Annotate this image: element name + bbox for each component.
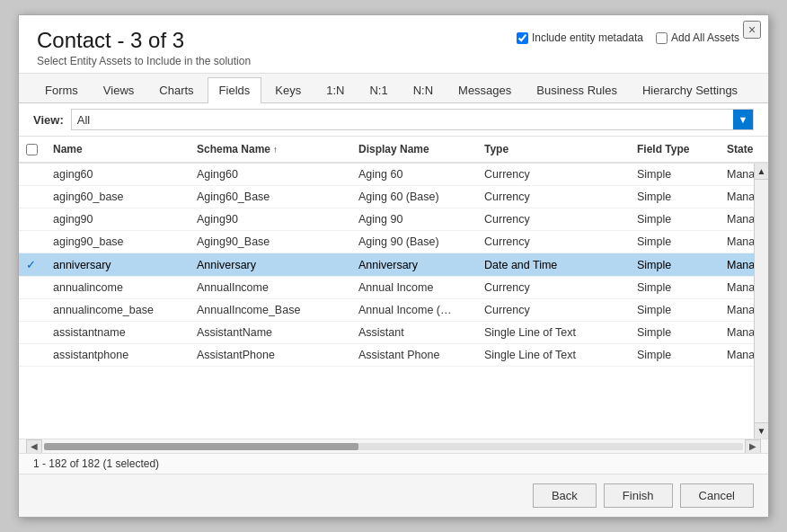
cell-type-2: Currency — [481, 208, 633, 230]
table-row[interactable]: assistantnameAssistantNameAssistantSingl… — [19, 322, 768, 344]
table-row[interactable]: aging90_baseAging90_BaseAging 90 (Base)C… — [19, 231, 768, 253]
add-all-assets-checkbox[interactable] — [656, 32, 668, 44]
cell-display_name-2: Aging 90 — [355, 208, 481, 230]
tab-messages[interactable]: Messages — [447, 77, 523, 102]
cell-check-1 — [22, 186, 49, 208]
dialog-header: Contact - 3 of 3 Select Entity Assets to… — [19, 15, 768, 74]
cell-check-4: ✓ — [22, 253, 49, 276]
view-dropdown-arrow-icon[interactable]: ▼ — [733, 110, 753, 129]
table-row[interactable]: ✓anniversaryAnniversaryAnniversaryDate a… — [19, 253, 768, 277]
cell-type-5: Currency — [481, 277, 633, 298]
cell-schema_name-1: Aging60_Base — [193, 186, 355, 208]
cell-display_name-7: Assistant — [355, 322, 481, 343]
cell-display_name-8: Assistant Phone — [355, 344, 481, 366]
cell-name-8: assistantphone — [49, 344, 193, 366]
row-check-icon: ✓ — [26, 258, 36, 271]
tab-n-n[interactable]: N:N — [402, 77, 445, 102]
scroll-down-button[interactable]: ▼ — [755, 422, 768, 439]
column-header-display_name: Display Name — [355, 137, 481, 162]
cell-display_name-1: Aging 60 (Base) — [355, 186, 481, 208]
finish-button[interactable]: Finish — [604, 483, 673, 508]
cell-schema_name-0: Aging60 — [193, 164, 355, 185]
cell-check-0 — [22, 164, 49, 185]
include-entity-metadata-label[interactable]: Include entity metadata — [517, 31, 643, 44]
dialog: × Contact - 3 of 3 Select Entity Assets … — [18, 14, 769, 518]
cell-name-3: aging90_base — [49, 231, 193, 253]
cancel-button[interactable]: Cancel — [680, 483, 754, 508]
table-row[interactable]: aging60_baseAging60_BaseAging 60 (Base)C… — [19, 186, 768, 208]
table-row[interactable]: assistantphoneAssistantPhoneAssistant Ph… — [19, 344, 768, 367]
cell-check-6 — [22, 299, 49, 321]
view-label: View: — [33, 113, 64, 127]
cell-field_type-1: Simple — [633, 186, 723, 208]
cell-check-8 — [22, 344, 49, 366]
tab-forms[interactable]: Forms — [33, 77, 90, 102]
horizontal-scrollbar-container: ◀ ▶ — [19, 439, 768, 453]
scroll-right-button[interactable]: ▶ — [745, 439, 761, 454]
horizontal-scrollbar-thumb — [44, 443, 358, 450]
cell-check-3 — [22, 231, 49, 253]
cell-display_name-6: Annual Income (… — [355, 299, 481, 321]
tab-fields[interactable]: Fields — [208, 77, 262, 103]
sort-arrow-schema_name: ↑ — [273, 145, 278, 155]
cell-schema_name-6: AnnualIncome_Base — [193, 299, 355, 321]
close-button[interactable]: × — [743, 21, 761, 39]
cell-schema_name-3: Aging90_Base — [193, 231, 355, 253]
add-all-assets-label[interactable]: Add All Assets — [656, 31, 739, 44]
cell-name-1: aging60_base — [49, 186, 193, 208]
tab-n-1[interactable]: N:1 — [358, 77, 399, 102]
tabs-bar: FormsViewsChartsFieldsKeys1:NN:1N:NMessa… — [19, 74, 768, 103]
cell-field_type-8: Simple — [633, 344, 723, 366]
cell-schema_name-5: AnnualIncome — [193, 277, 355, 298]
back-button[interactable]: Back — [533, 483, 597, 508]
table-wrapper: NameSchema Name ↑Display NameTypeField T… — [19, 137, 768, 453]
view-dropdown-text: All — [77, 113, 733, 127]
cell-schema_name-4: Anniversary — [193, 253, 355, 276]
tab-1-n[interactable]: 1:N — [314, 77, 356, 102]
cell-name-0: aging60 — [49, 164, 193, 185]
right-scrollbar: ▲ ▼ — [754, 164, 768, 439]
table-header: NameSchema Name ↑Display NameTypeField T… — [19, 137, 768, 164]
column-header-check — [22, 137, 49, 162]
tab-views[interactable]: Views — [92, 77, 146, 102]
view-dropdown[interactable]: All ▼ — [71, 109, 754, 130]
cell-display_name-3: Aging 90 (Base) — [355, 231, 481, 253]
cell-type-7: Single Line of Text — [481, 322, 633, 343]
cell-name-5: annualincome — [49, 277, 193, 298]
include-entity-metadata-checkbox[interactable] — [517, 32, 528, 44]
cell-field_type-2: Simple — [633, 208, 723, 230]
cell-name-6: annualincome_base — [49, 299, 193, 321]
cell-type-3: Currency — [481, 231, 633, 253]
dialog-subtitle: Select Entity Assets to Include in the s… — [37, 55, 750, 67]
table-row[interactable]: annualincome_baseAnnualIncome_BaseAnnual… — [19, 299, 768, 322]
scroll-up-button[interactable]: ▲ — [755, 164, 768, 180]
column-header-state: State — [723, 137, 768, 162]
cell-field_type-0: Simple — [633, 164, 723, 185]
cell-type-0: Currency — [481, 164, 633, 185]
cell-field_type-3: Simple — [633, 231, 723, 253]
tab-keys[interactable]: Keys — [263, 77, 313, 102]
cell-name-2: aging90 — [49, 208, 193, 230]
scroll-left-button[interactable]: ◀ — [26, 439, 42, 454]
tab-charts[interactable]: Charts — [147, 77, 205, 102]
select-all-checkbox[interactable] — [26, 144, 38, 155]
tab-business-rules[interactable]: Business Rules — [525, 77, 629, 102]
cell-check-2 — [22, 208, 49, 230]
table-row[interactable]: aging90Aging90Aging 90CurrencySimpleMana… — [19, 208, 768, 231]
cell-field_type-4: Simple — [633, 253, 723, 276]
horizontal-scrollbar[interactable] — [44, 443, 743, 450]
status-bar: 1 - 182 of 182 (1 selected) — [19, 453, 768, 474]
include-entity-metadata-text: Include entity metadata — [532, 31, 643, 44]
cell-name-7: assistantname — [49, 322, 193, 343]
column-header-schema_name[interactable]: Schema Name ↑ — [193, 137, 355, 162]
cell-display_name-0: Aging 60 — [355, 164, 481, 185]
cell-field_type-6: Simple — [633, 299, 723, 321]
cell-field_type-7: Simple — [633, 322, 723, 343]
table-inner: aging60Aging60Aging 60CurrencySimpleMana… — [19, 164, 768, 439]
tab-hierarchy-settings[interactable]: Hierarchy Settings — [631, 77, 749, 102]
column-header-field_type: Field Type — [633, 137, 723, 162]
table-row[interactable]: aging60Aging60Aging 60CurrencySimpleMana… — [19, 164, 768, 186]
dialog-metadata: Include entity metadata Add All Assets — [517, 31, 739, 44]
table-row[interactable]: annualincomeAnnualIncomeAnnual IncomeCur… — [19, 277, 768, 299]
cell-schema_name-2: Aging90 — [193, 208, 355, 230]
